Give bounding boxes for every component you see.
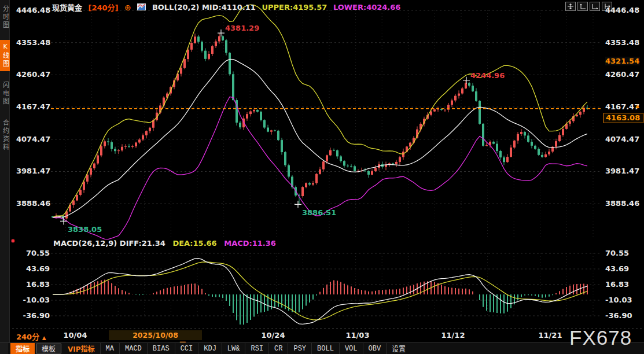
y-axis-tick: 3981.47 [605,167,641,175]
tab-CR[interactable]: CR [268,343,288,354]
watermark: FX678 [569,326,632,349]
macd-y-tick: 43.69 [605,264,641,273]
macd-y-tick: 43.69 [16,264,50,273]
instrument-name: 现货黄金 [52,3,82,12]
chart-type-icon[interactable] [137,3,146,12]
y-axis-tick: 4074.47 [605,135,641,143]
macd-y-tick: -36.90 [605,311,641,320]
tab-PSY[interactable]: PSY [288,343,311,354]
sidebar-item-闪电图[interactable]: 闪电图 [0,79,10,109]
macd-y-tick: -36.90 [16,311,50,320]
tab-模板[interactable]: 模板 [36,344,61,353]
alert-price-label[interactable]: 4321.54 [605,57,640,65]
crosshair-icon[interactable]: ⊕ [124,3,131,12]
y-axis-tick: 3888.46 [605,199,641,208]
price-annotation: 4244.96 [470,71,505,80]
tab-指标[interactable]: 指标 [10,343,35,354]
macd-y-tick: 70.55 [605,249,641,257]
price-annotation: 4381.29 [225,24,259,32]
indicator-tab-bar: 指标模板VIP指标MAMACDBIASCCIKDJLW&RSICRPSYBOLL… [0,342,644,354]
x-axis-tick: 11/03 [332,331,384,340]
y-axis-tick: 4260.47 [605,70,641,79]
alarm-icon[interactable]: ✹ [10,238,15,244]
tab-LW&[interactable]: LW& [222,343,245,354]
y-axis-tick: 4260.47 [16,70,50,79]
macd-diff-readout: MACD(26,12,9) DIFF:21.34 [53,239,165,248]
y-axis-zoom-icon[interactable] [577,2,588,11]
tab-bar-corner-icon [0,343,8,354]
period-selector[interactable]: 240分 ▲ [16,331,46,342]
sidebar-item-分时图[interactable]: 分时图 [0,2,10,32]
y-axis-tick: 4167.47 [16,102,50,111]
tab-设置[interactable]: 设置 [386,343,411,354]
boll-readout: BOLL(20,2) MID:4110.11 [152,3,256,12]
period-arrow-icon: ▲ [42,335,46,341]
x-axis-tick: 11/12 [427,331,479,340]
tab-KDJ[interactable]: KDJ [198,343,222,354]
tab-BOLL[interactable]: BOLL [311,343,339,354]
chart-header: 现货黄金 [240分] ⊕ BOLL(20,2) MID:4110.11 UPP… [52,2,404,12]
x-axis-tick: 10/24 [247,331,299,340]
x-axis-tick: 11/21 [524,331,576,340]
macd-y-tick: 16.83 [16,280,50,289]
macd-y-tick: -10.03 [605,296,641,304]
y-axis-tick: 4353.48 [16,38,50,47]
selected-candle-time: 2025/10/08 22:00~02:00 三 [109,330,202,340]
tab-BIAS[interactable]: BIAS [147,343,175,354]
y-axis-tick: 3981.47 [16,167,50,175]
macd-y-tick: -10.03 [16,296,50,304]
tab-MA[interactable]: MA [100,343,119,354]
price-annotation: 3838.05 [68,225,102,234]
sidebar: 分时图K线图闪电图合约资料 [0,0,10,342]
y-axis-tick: 4446.48 [605,6,641,14]
price-annotation: 3886.51 [302,208,336,217]
x-axis-zoom-icon[interactable] [590,2,600,11]
macd-value-readout: MACD:11.36 [224,239,276,248]
pan-icon[interactable] [565,2,576,11]
x-axis-tick: 10/04 [49,331,101,340]
sidebar-item-K线图[interactable]: K线图 [0,40,10,71]
y-axis-tick: 4074.47 [16,135,50,143]
boll-lower-readout: LOWER:4024.66 [333,3,401,12]
macd-y-tick: 16.83 [605,280,641,289]
tab-OBV[interactable]: OBV [363,343,387,354]
y-axis-tick: 4353.48 [605,38,641,47]
y-axis-tick: 4446.48 [16,6,50,14]
tab-VIP指标[interactable]: VIP指标 [62,343,100,354]
current-price-label: 4163.08 [603,113,643,123]
y-axis-tick: 3888.46 [16,199,50,208]
candlestick-chart[interactable] [0,0,644,354]
tab-CCI[interactable]: CCI [175,343,198,354]
tab-MACD[interactable]: MACD [119,343,147,354]
boll-upper-readout: UPPER:4195.57 [262,3,327,12]
tab-VOL[interactable]: VOL [339,343,363,354]
alert-arrow-icon[interactable]: ▲ [635,104,639,108]
tab-RSI[interactable]: RSI [245,343,268,354]
period-badge[interactable]: [240分] [89,3,119,12]
sidebar-item-合约资料[interactable]: 合约资料 [0,116,10,154]
macd-dea-readout: DEA:15.66 [172,239,216,248]
macd-y-tick: 70.55 [16,249,50,257]
macd-header: MACD(26,12,9) DIFF:21.34 DEA:15.66 MACD:… [53,239,281,248]
